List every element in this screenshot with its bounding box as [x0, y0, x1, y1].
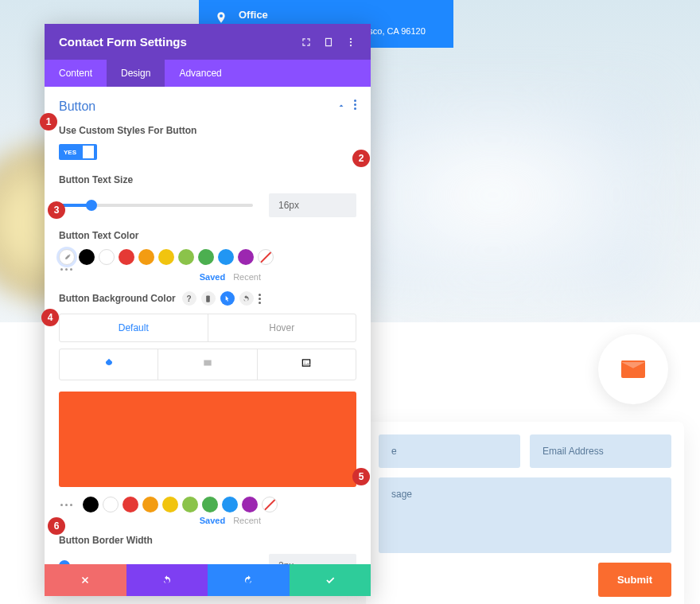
swatch-green[interactable]	[202, 497, 218, 512]
swatch-lime[interactable]	[182, 497, 198, 512]
annotation-5: 5	[352, 468, 370, 485]
contact-form-card: e Email Address sage Submit	[366, 422, 684, 604]
svg-point-0	[350, 37, 352, 39]
subtab-hover[interactable]: Hover	[208, 314, 356, 341]
more-swatches-icon[interactable]	[60, 504, 72, 506]
swatch-red[interactable]	[119, 249, 134, 265]
swatch-none[interactable]	[258, 249, 274, 265]
type-color[interactable]	[60, 349, 158, 380]
menu-icon[interactable]	[345, 37, 356, 48]
swatch-white[interactable]	[103, 497, 119, 512]
mail-icon	[621, 360, 645, 378]
swatch-black[interactable]	[83, 497, 99, 512]
bg-menu-icon[interactable]	[259, 294, 261, 304]
help-icon[interactable]: ?	[182, 291, 196, 306]
svg-point-6	[305, 361, 306, 363]
pin-icon	[215, 10, 228, 25]
office-title: Office	[239, 8, 426, 22]
swatch-orange[interactable]	[138, 249, 154, 265]
reset-icon[interactable]	[239, 291, 254, 306]
undo-button[interactable]	[126, 564, 208, 596]
tab-content[interactable]: Content	[45, 60, 107, 87]
svg-rect-4	[204, 360, 211, 366]
saved-link[interactable]: Saved	[200, 272, 225, 282]
cancel-button[interactable]	[45, 564, 126, 596]
bg-color-label: Button Background Color	[59, 293, 176, 304]
annotation-1: 1	[40, 113, 57, 131]
subtab-default[interactable]: Default	[60, 314, 208, 341]
svg-rect-3	[206, 295, 210, 302]
text-size-label: Button Text Size	[59, 174, 356, 185]
swatch-orange[interactable]	[142, 497, 158, 512]
more-swatches-icon[interactable]	[60, 268, 356, 271]
message-field[interactable]: sage	[379, 477, 671, 553]
recent-link[interactable]: Recent	[233, 516, 261, 525]
hover-icon[interactable]	[220, 291, 235, 306]
swatch-none[interactable]	[262, 497, 278, 512]
submit-button[interactable]: Submit	[598, 563, 671, 597]
custom-styles-label: Use Custom Styles For Button	[59, 125, 356, 136]
border-width-value[interactable]: 2px	[269, 554, 356, 564]
swatch-purple[interactable]	[242, 497, 258, 512]
custom-styles-toggle[interactable]: YES	[59, 144, 97, 160]
swatch-blue[interactable]	[218, 249, 234, 265]
swatch-lime[interactable]	[178, 249, 194, 265]
help-icon[interactable]	[323, 37, 334, 48]
text-size-slider[interactable]	[59, 204, 253, 207]
settings-panel: Contact Form Settings Content Design Adv…	[45, 24, 371, 596]
swatch-green[interactable]	[198, 249, 214, 265]
save-button[interactable]	[290, 564, 371, 596]
swatch-yellow[interactable]	[162, 497, 178, 512]
annotation-6: 6	[48, 517, 65, 535]
chevron-up-icon[interactable]	[336, 99, 346, 114]
annotation-3: 3	[48, 201, 65, 219]
type-image[interactable]	[258, 349, 356, 380]
expand-icon[interactable]	[301, 37, 312, 48]
redo-button[interactable]	[208, 564, 290, 596]
tab-design[interactable]: Design	[107, 60, 165, 87]
panel-title: Contact Form Settings	[59, 35, 187, 49]
email-field[interactable]: Email Address	[530, 434, 671, 468]
section-menu-icon[interactable]	[354, 99, 356, 114]
swatch-black[interactable]	[79, 249, 95, 265]
saved-link[interactable]: Saved	[200, 516, 225, 525]
name-field[interactable]: e	[379, 434, 520, 468]
color-preview[interactable]	[59, 392, 356, 487]
tab-advanced[interactable]: Advanced	[165, 60, 235, 87]
border-width-label: Button Border Width	[59, 535, 356, 546]
annotation-4: 4	[41, 309, 59, 326]
text-color-label: Button Text Color	[59, 230, 356, 241]
swatch-purple[interactable]	[238, 249, 254, 265]
swatch-red[interactable]	[122, 497, 138, 512]
svg-point-2	[350, 44, 352, 45]
svg-point-1	[350, 41, 352, 42]
section-title: Button	[59, 99, 95, 114]
text-size-value[interactable]: 16px	[269, 193, 356, 217]
recent-link[interactable]: Recent	[233, 272, 261, 282]
mail-float-button[interactable]	[598, 334, 668, 404]
swatch-white[interactable]	[99, 249, 115, 265]
eyedropper-swatch[interactable]	[59, 249, 75, 265]
phone-icon[interactable]	[201, 291, 216, 306]
swatch-yellow[interactable]	[158, 249, 174, 265]
type-gradient[interactable]	[158, 349, 257, 380]
annotation-2: 2	[352, 150, 370, 167]
swatch-blue[interactable]	[222, 497, 238, 512]
